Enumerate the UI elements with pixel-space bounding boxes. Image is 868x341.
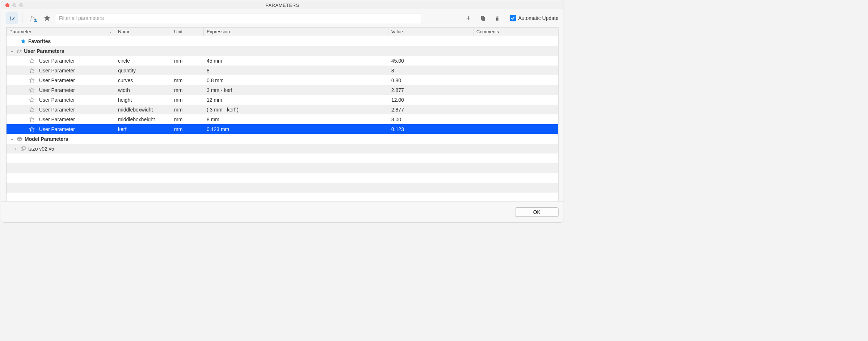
automatic-update-toggle[interactable]: Automatic Update [510, 15, 559, 21]
empty-row [7, 183, 558, 193]
parameter-expression[interactable]: 12 mm [204, 97, 388, 103]
parameter-row[interactable]: User Parameterquantity88 [7, 66, 558, 75]
paste-parameter-button[interactable] [477, 12, 489, 24]
toolbar-divider [22, 13, 22, 23]
parameter-value[interactable]: 2.877 [388, 87, 473, 93]
parameter-row[interactable]: User Parametermiddleboxheightmm8 mm8.00 [7, 114, 558, 124]
parameter-type-label: User Parameter [39, 107, 75, 113]
column-header-value[interactable]: Value [388, 28, 473, 36]
column-header-name[interactable]: Name [115, 28, 171, 36]
parameter-type-label: User Parameter [39, 68, 75, 73]
filter-parameters-input[interactable] [56, 13, 421, 23]
parameter-row[interactable]: User Parameterheightmm12 mm12.00 [7, 95, 558, 105]
star-outline-icon[interactable] [29, 58, 35, 64]
window-controls [1, 3, 23, 7]
parameter-row[interactable]: User Parameterkerfmm0.123 mm0.123 [7, 124, 558, 134]
svg-rect-2 [482, 17, 485, 21]
group-row-model-parameters[interactable]: ⌄ Model Parameters [7, 134, 558, 144]
parameter-expression[interactable]: 0.8 mm [204, 77, 388, 83]
chevron-down-icon[interactable]: ⌄ [9, 49, 14, 53]
tree-item-model-child[interactable]: › tazo v02 v5 [7, 144, 558, 153]
fx-icon: ƒx [17, 48, 22, 54]
star-outline-icon[interactable] [29, 68, 35, 73]
parameter-value[interactable]: 0.80 [388, 77, 473, 83]
empty-row [7, 153, 558, 163]
delete-parameter-button[interactable] [492, 12, 503, 24]
parameter-row[interactable]: User Parametercirclemm45 mm45.00 [7, 56, 558, 66]
parameter-type-label: User Parameter [39, 97, 75, 103]
empty-row [7, 173, 558, 183]
parameter-name[interactable]: circle [115, 58, 171, 64]
parameter-unit[interactable]: mm [171, 97, 204, 103]
parameter-value[interactable]: 8 [388, 68, 473, 73]
group-row-favorites[interactable]: Favorites [7, 36, 558, 46]
cube-icon [17, 136, 22, 142]
parameter-value[interactable]: 8.00 [388, 117, 473, 122]
parameter-type-label: User Parameter [39, 87, 75, 93]
parameter-unit[interactable]: mm [171, 77, 204, 83]
parameter-type-label: User Parameter [39, 126, 75, 132]
parameter-value[interactable]: 2.877 [388, 107, 473, 113]
parameter-expression[interactable]: ( 3 mm - kerf ) [204, 107, 388, 113]
column-header-expression[interactable]: Expression [204, 28, 388, 36]
zoom-window-icon[interactable] [19, 3, 23, 7]
table-header-row: Parameter ⌄ Name Unit Expression Value C… [7, 28, 558, 36]
column-header-comments[interactable]: Comments [473, 28, 558, 36]
parameter-unit[interactable]: mm [171, 87, 204, 93]
column-header-unit[interactable]: Unit [171, 28, 204, 36]
parameter-name[interactable]: middleboxwidht [115, 107, 171, 113]
add-parameter-button[interactable] [463, 12, 474, 24]
chevron-down-icon[interactable]: ⌄ [9, 137, 14, 141]
parameter-name[interactable]: kerf [115, 126, 171, 132]
parameter-unit[interactable]: mm [171, 126, 204, 132]
chevron-right-icon[interactable]: › [13, 147, 18, 151]
star-outline-icon[interactable] [29, 77, 35, 83]
column-header-parameter[interactable]: Parameter ⌄ [7, 28, 115, 36]
star-outline-icon[interactable] [29, 126, 35, 132]
minimize-window-icon[interactable] [12, 3, 16, 7]
favorite-star-button[interactable] [41, 12, 53, 24]
star-outline-icon[interactable] [29, 87, 35, 93]
parameter-expression[interactable]: 0.123 mm [204, 126, 388, 132]
component-icon [20, 146, 26, 152]
star-outline-icon[interactable] [29, 107, 35, 113]
parameter-unit[interactable]: mm [171, 117, 204, 122]
table-body: Favorites ⌄ ƒx User Parameters User Para… [7, 36, 558, 193]
close-window-icon[interactable] [5, 3, 9, 7]
dialog-footer: OK [1, 201, 564, 222]
group-label: Model Parameters [25, 136, 68, 142]
parameter-row[interactable]: User Parameterwidthmm3 mm - kerf2.877 [7, 85, 558, 95]
star-filled-icon [20, 38, 26, 44]
parameter-expression[interactable]: 8 mm [204, 117, 388, 122]
svg-rect-4 [22, 147, 25, 150]
empty-row [7, 163, 558, 173]
automatic-update-label: Automatic Update [518, 15, 559, 21]
parameters-table: Parameter ⌄ Name Unit Expression Value C… [6, 27, 559, 201]
parameter-name[interactable]: height [115, 97, 171, 103]
parameter-unit[interactable]: mm [171, 58, 204, 64]
parameter-row[interactable]: User Parametermiddleboxwidhtmm( 3 mm - k… [7, 105, 558, 114]
fx-user-icon-button[interactable]: ƒx [27, 12, 38, 24]
parameter-type-label: User Parameter [39, 77, 75, 83]
parameter-value[interactable]: 45.00 [388, 58, 473, 64]
ok-button[interactable]: OK [515, 207, 559, 217]
window-title: PARAMETERS [265, 3, 299, 8]
svg-point-0 [35, 18, 36, 20]
parameter-name[interactable]: curves [115, 77, 171, 83]
fx-user-parameter-button[interactable]: ƒx [6, 12, 18, 24]
parameter-name[interactable]: width [115, 87, 171, 93]
parameter-name[interactable]: middleboxheight [115, 117, 171, 122]
parameter-expression[interactable]: 3 mm - kerf [204, 87, 388, 93]
parameter-value[interactable]: 12.00 [388, 97, 473, 103]
parameter-expression[interactable]: 45 mm [204, 58, 388, 64]
parameter-value[interactable]: 0.123 [388, 126, 473, 132]
star-outline-icon[interactable] [29, 97, 35, 103]
star-outline-icon[interactable] [29, 117, 35, 122]
parameter-name[interactable]: quantity [115, 68, 171, 73]
parameter-row[interactable]: User Parametercurvesmm0.8 mm0.80 [7, 75, 558, 85]
parameter-expression[interactable]: 8 [204, 68, 388, 73]
toolbar: ƒx ƒx Automatic Update [1, 9, 564, 27]
parameter-unit[interactable]: mm [171, 107, 204, 113]
parameter-type-label: User Parameter [39, 58, 75, 64]
group-row-user-parameters[interactable]: ⌄ ƒx User Parameters [7, 46, 558, 56]
